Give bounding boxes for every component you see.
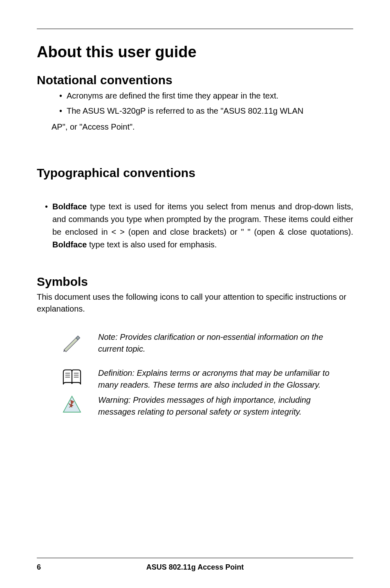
note-icon xyxy=(61,331,98,352)
symbol-text-warning: Warning: Provides messages of high impor… xyxy=(98,394,353,418)
definition-icon xyxy=(61,367,98,388)
text-span: type text is used for items you select f… xyxy=(52,202,353,236)
page-number: 6 xyxy=(37,563,53,572)
symbol-row-definition: Definition: Explains terms or acronyms t… xyxy=(37,367,353,391)
boldface-word: Boldface xyxy=(52,240,87,249)
page-footer: 6 ASUS 802.11g Access Point xyxy=(37,558,353,572)
symbol-row-note: Note: Provides clarification or non-esse… xyxy=(37,331,353,355)
top-horizontal-rule xyxy=(37,29,353,29)
bullet-icon: • xyxy=(59,105,67,117)
symbol-text-note: Note: Provides clarification or non-esse… xyxy=(98,331,353,355)
list-item: • Boldface type text is used for items y… xyxy=(45,200,353,251)
list-item-text: Boldface type text is used for items you… xyxy=(52,200,353,251)
text-span: type text is also used for emphasis. xyxy=(87,240,217,249)
notational-list: • Acronyms are defined the first time th… xyxy=(37,90,353,117)
boldface-word: Boldface xyxy=(52,202,87,211)
list-item: • Acronyms are defined the first time th… xyxy=(59,90,353,102)
list-item-continuation: AP", or "Access Point". xyxy=(37,121,353,133)
typographical-list: • Boldface type text is used for items y… xyxy=(37,200,353,251)
typographical-heading: Typographical conventions xyxy=(37,166,353,180)
symbols-intro-text: This document uses the following icons t… xyxy=(37,291,353,315)
footer-title: ASUS 802.11g Access Point xyxy=(53,563,337,572)
notational-heading: Notational conventions xyxy=(37,73,353,87)
warning-icon xyxy=(61,394,98,415)
symbol-row-warning: Warning: Provides messages of high impor… xyxy=(37,394,353,418)
list-item-text: The ASUS WL-320gP is referred to as the … xyxy=(67,105,353,117)
bullet-icon: • xyxy=(59,90,67,102)
list-item: • The ASUS WL-320gP is referred to as th… xyxy=(59,105,353,117)
symbols-heading: Symbols xyxy=(37,275,353,289)
symbol-text-definition: Definition: Explains terms or acronyms t… xyxy=(98,367,353,391)
list-item-text: Acronyms are defined the first time they… xyxy=(67,90,353,102)
page-title: About this user guide xyxy=(37,43,353,61)
bullet-icon: • xyxy=(45,200,52,251)
